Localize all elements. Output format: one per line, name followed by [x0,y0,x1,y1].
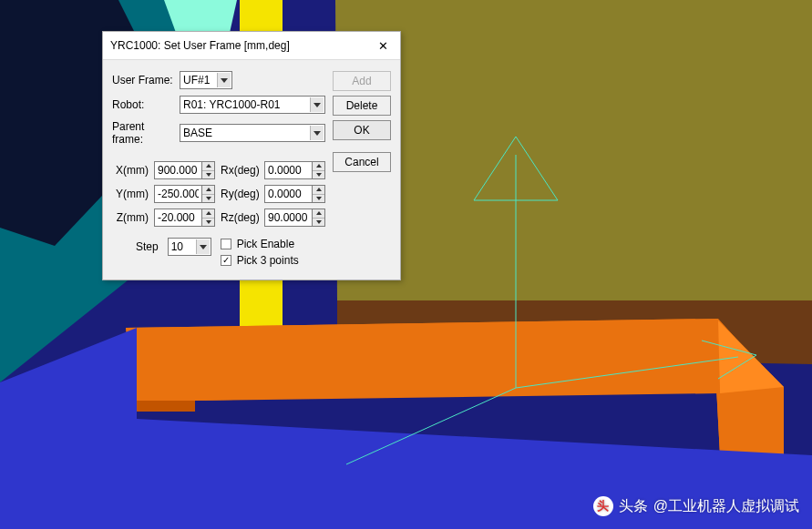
delete-button[interactable]: Delete [333,96,391,116]
spin-x[interactable] [154,161,215,179]
label-step: Step [112,240,162,253]
watermark-prefix: 头条 [619,497,648,516]
label-parent-frame: Parent frame: [112,120,176,146]
watermark: 头 头条 @工业机器人虚拟调试 [593,496,799,516]
checkbox-box [221,239,231,249]
input-y[interactable] [154,185,201,203]
svg-marker-0 [335,0,812,300]
chevron-down-icon [217,73,231,87]
ok-button[interactable]: OK [333,120,391,140]
chevron-up-icon[interactable] [313,162,324,171]
spin-ry[interactable] [264,185,325,203]
label-rz: Rz(deg) [219,211,261,224]
chevron-up-icon[interactable] [202,162,214,171]
add-button[interactable]: Add [333,71,391,91]
label-rx: Rx(deg) [219,164,261,177]
dialog-title: YRC1000: Set User Frame [mm,deg] [110,39,290,52]
label-user-frame: User Frame: [112,74,176,86]
spin-y[interactable] [154,185,215,203]
select-step[interactable]: 10 [168,238,211,256]
watermark-user: @工业机器人虚拟调试 [653,497,799,516]
chevron-down-icon [196,239,210,254]
label-y: Y(mm) [112,188,150,200]
chevron-down-icon [310,97,324,112]
chevron-down-icon [310,126,324,140]
chevron-down-icon[interactable] [202,171,214,179]
select-parent-frame[interactable]: BASE [180,124,325,142]
watermark-logo-icon: 头 [593,496,613,516]
checkbox-box: ✓ [221,255,231,266]
chevron-down-icon[interactable] [313,171,324,179]
spin-rx[interactable] [264,161,325,179]
checkbox-pick-enable[interactable]: Pick Enable [221,238,325,250]
input-rz[interactable] [264,209,312,227]
cancel-button[interactable]: Cancel [333,152,391,172]
chevron-down-icon[interactable] [202,219,214,227]
chevron-up-icon[interactable] [202,209,214,219]
select-robot[interactable]: R01: YRC1000-R01 [180,96,325,114]
input-rx[interactable] [264,161,312,179]
chevron-down-icon[interactable] [202,195,214,203]
svg-marker-9 [126,319,720,401]
chevron-up-icon[interactable] [313,186,324,195]
chevron-down-icon[interactable] [313,219,324,227]
close-icon[interactable]: ✕ [373,37,393,54]
label-x: X(mm) [112,164,150,177]
svg-marker-10 [137,401,195,412]
label-z: Z(mm) [112,211,150,224]
input-x[interactable] [154,161,201,179]
label-ry: Ry(deg) [219,188,261,200]
input-ry[interactable] [264,185,312,203]
chevron-up-icon[interactable] [202,186,214,195]
dialog-set-user-frame: YRC1000: Set User Frame [mm,deg] ✕ User … [102,31,401,280]
select-user-frame[interactable]: UF#1 [180,71,232,89]
spin-rz[interactable] [264,209,325,227]
input-z[interactable] [154,209,201,227]
checkbox-pick-3-points[interactable]: ✓ Pick 3 points [221,254,325,267]
spin-z[interactable] [154,209,215,227]
titlebar[interactable]: YRC1000: Set User Frame [mm,deg] ✕ [103,32,400,60]
label-robot: Robot: [112,98,176,111]
chevron-down-icon[interactable] [313,195,324,203]
chevron-up-icon[interactable] [313,209,324,219]
